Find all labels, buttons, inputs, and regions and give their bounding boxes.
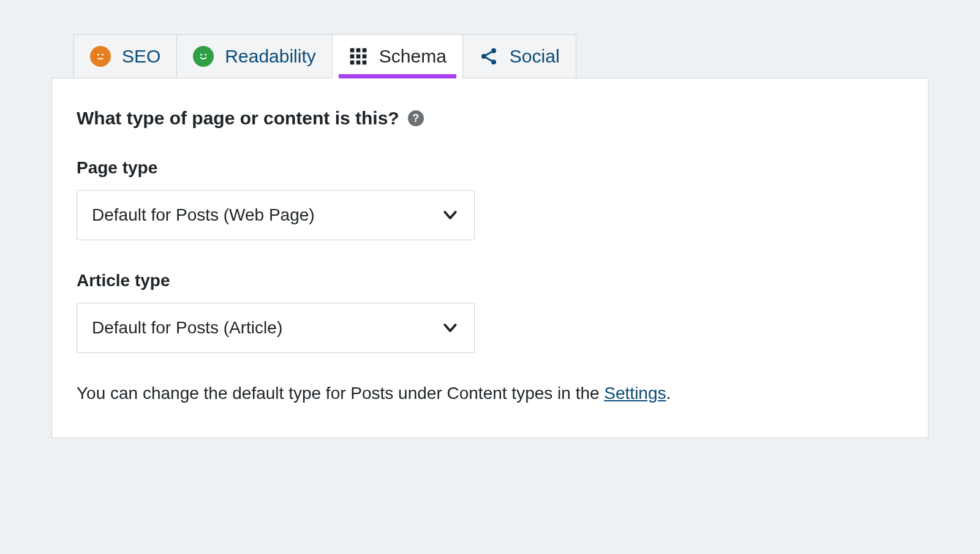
svg-rect-7: [362, 48, 366, 53]
page-type-value: Default for Posts (Web Page): [92, 205, 315, 225]
article-type-select[interactable]: Default for Posts (Article): [77, 303, 475, 353]
tab-social-label: Social: [510, 46, 560, 67]
settings-link[interactable]: Settings: [604, 384, 666, 403]
svg-line-18: [486, 58, 491, 61]
chevron-down-icon: [441, 206, 459, 224]
svg-rect-8: [350, 55, 354, 59]
article-type-label: Article type: [77, 271, 903, 290]
svg-line-17: [486, 52, 491, 55]
svg-point-16: [491, 59, 496, 64]
svg-point-1: [102, 54, 104, 56]
svg-point-3: [200, 54, 202, 56]
tab-schema-label: Schema: [379, 46, 447, 67]
tab-social[interactable]: Social: [462, 34, 576, 78]
tab-schema[interactable]: Schema: [332, 34, 463, 78]
article-type-value: Default for Posts (Article): [92, 318, 282, 338]
svg-point-0: [97, 54, 99, 56]
active-tab-underline: [339, 74, 456, 78]
smiley-face-icon: [193, 46, 214, 67]
note-suffix: .: [666, 384, 671, 403]
help-icon[interactable]: ?: [408, 110, 424, 126]
svg-rect-2: [97, 58, 103, 59]
tab-readability-label: Readability: [225, 46, 315, 67]
svg-rect-11: [350, 61, 354, 65]
svg-point-14: [481, 54, 486, 59]
svg-rect-12: [356, 61, 360, 65]
svg-rect-10: [362, 55, 366, 59]
settings-note: You can change the default type for Post…: [77, 384, 903, 403]
tab-seo[interactable]: SEO: [74, 34, 177, 78]
share-icon: [479, 47, 499, 66]
tab-seo-label: SEO: [122, 46, 160, 67]
svg-point-15: [491, 48, 496, 53]
svg-rect-5: [350, 48, 354, 53]
neutral-face-icon: [90, 46, 111, 67]
tabs: SEO Readability: [74, 34, 929, 78]
grid-icon: [349, 47, 368, 66]
tab-readability[interactable]: Readability: [176, 34, 332, 78]
page-type-select[interactable]: Default for Posts (Web Page): [77, 190, 475, 240]
page-type-label: Page type: [77, 158, 903, 178]
panel-heading: What type of page or content is this?: [77, 108, 399, 129]
schema-panel: What type of page or content is this? ? …: [51, 78, 929, 438]
svg-rect-13: [362, 61, 366, 65]
svg-point-4: [205, 54, 207, 56]
note-prefix: You can change the default type for Post…: [77, 384, 604, 403]
chevron-down-icon: [441, 319, 459, 337]
svg-rect-6: [356, 48, 360, 53]
svg-rect-9: [356, 55, 360, 59]
